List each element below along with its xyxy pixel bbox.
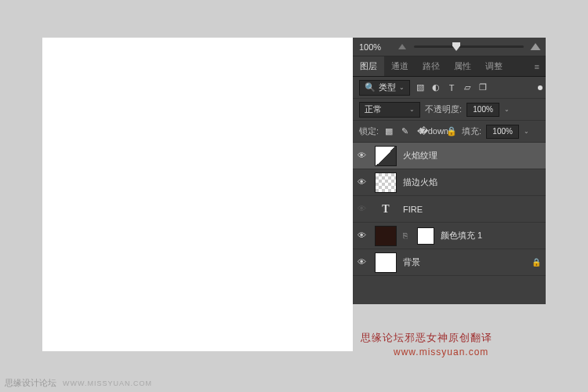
layer-mask-thumbnail[interactable] <box>417 227 434 245</box>
layer-thumbnail[interactable] <box>375 226 397 246</box>
lock-row: 锁定: ▩ ✎ ✥ �downs 🔒 填充: 100% ⌄ <box>353 121 546 143</box>
filter-kind-select[interactable]: 🔍 类型 ⌄ <box>359 80 410 96</box>
fill-label: 填充: <box>462 125 481 137</box>
lock-icon: 🔒 <box>532 258 541 267</box>
layer-row[interactable]: 👁 背景 🔒 <box>353 249 546 276</box>
layer-name[interactable]: 背景 <box>403 256 420 268</box>
filter-shape-icon[interactable]: ▱ <box>462 82 473 93</box>
watermark-text: 思缘论坛邪恶女神原创翻译 <box>361 331 492 345</box>
document-canvas[interactable] <box>42 38 353 351</box>
tab-adjust[interactable]: 调整 <box>478 56 510 76</box>
lock-artboard-icon[interactable]: �downs <box>430 126 441 137</box>
lock-label: 锁定: <box>359 125 379 137</box>
zoom-value[interactable]: 100% <box>359 42 390 52</box>
filter-type-icon[interactable]: T <box>446 82 457 93</box>
layer-row[interactable]: 👁 ⎘ 颜色填充 1 <box>353 223 546 249</box>
chevron-down-icon: ⌄ <box>399 84 405 91</box>
visibility-icon[interactable]: 👁 <box>358 177 368 188</box>
visibility-icon[interactable]: 👁 <box>358 204 368 215</box>
layer-name[interactable]: 颜色填充 1 <box>441 230 482 241</box>
zoom-slider[interactable] <box>414 45 524 48</box>
layers-panel: 100% 图层 通道 路径 属性 调整 ≡ 🔍 类型 ⌄ ▧ ◐ T ▱ ❐ 正… <box>353 38 546 304</box>
page-footer: 思缘设计论坛 WWW.MISSYUAN.COM <box>5 377 152 389</box>
link-icon[interactable]: ⎘ <box>403 231 411 240</box>
visibility-icon[interactable]: 👁 <box>358 257 368 268</box>
layer-thumbnail[interactable] <box>375 172 397 193</box>
filter-toggle[interactable] <box>538 85 543 90</box>
layer-name[interactable]: FIRE <box>403 205 423 214</box>
visibility-icon[interactable]: 👁 <box>358 230 368 241</box>
search-icon: 🔍 <box>365 82 376 93</box>
panel-footer-space <box>353 276 546 304</box>
layer-filter-row: 🔍 类型 ⌄ ▧ ◐ T ▱ ❐ <box>353 77 546 99</box>
footer-site-url: WWW.MISSYUAN.COM <box>63 379 152 387</box>
blend-mode-value: 正常 <box>365 103 382 115</box>
zoom-in-icon[interactable] <box>531 43 541 50</box>
lock-brush-icon[interactable]: ✎ <box>399 126 410 137</box>
chevron-down-icon[interactable]: ⌄ <box>524 128 529 135</box>
lock-transparent-icon[interactable]: ▩ <box>383 126 394 137</box>
fill-input[interactable]: 100% <box>486 125 519 139</box>
filter-smart-icon[interactable]: ❐ <box>477 82 488 93</box>
zoom-out-icon[interactable] <box>398 44 406 49</box>
tab-channels[interactable]: 通道 <box>384 56 416 76</box>
opacity-input[interactable]: 100% <box>466 103 499 117</box>
footer-site-name: 思缘设计论坛 <box>5 377 56 389</box>
layer-thumbnail[interactable] <box>375 252 397 273</box>
filter-pixel-icon[interactable]: ▧ <box>415 82 426 93</box>
tab-layers[interactable]: 图层 <box>353 56 384 76</box>
visibility-icon[interactable]: 👁 <box>358 151 368 162</box>
layer-row[interactable]: 👁 描边火焰 <box>353 169 546 196</box>
lock-all-icon[interactable]: 🔒 <box>446 126 457 137</box>
filter-label: 类型 <box>379 82 396 93</box>
chevron-down-icon: ⌄ <box>409 106 415 113</box>
opacity-label: 不透明度: <box>425 103 462 115</box>
type-layer-icon[interactable]: T <box>375 199 397 220</box>
tab-paths[interactable]: 路径 <box>416 56 447 76</box>
layer-thumbnail[interactable] <box>375 146 397 166</box>
chevron-down-icon[interactable]: ⌄ <box>504 106 510 113</box>
watermark-url: www.missyuan.com <box>394 347 488 358</box>
panel-menu-icon[interactable]: ≡ <box>528 56 546 76</box>
zoom-bar: 100% <box>353 38 546 56</box>
panel-tabs: 图层 通道 路径 属性 调整 ≡ <box>353 56 546 77</box>
layer-row[interactable]: 👁 T FIRE <box>353 196 546 223</box>
blend-mode-select[interactable]: 正常 ⌄ <box>359 102 420 118</box>
layer-list: 👁 火焰纹理 👁 描边火焰 👁 T FIRE 👁 ⎘ 颜色填充 1 👁 背景 🔒 <box>353 143 546 276</box>
tab-properties[interactable]: 属性 <box>447 56 478 76</box>
layer-name[interactable]: 描边火焰 <box>403 176 437 188</box>
filter-adjust-icon[interactable]: ◐ <box>430 82 441 93</box>
layer-row[interactable]: 👁 火焰纹理 <box>353 143 546 169</box>
zoom-slider-thumb[interactable] <box>452 42 460 51</box>
blend-row: 正常 ⌄ 不透明度: 100% ⌄ <box>353 99 546 121</box>
layer-name[interactable]: 火焰纹理 <box>403 150 437 162</box>
